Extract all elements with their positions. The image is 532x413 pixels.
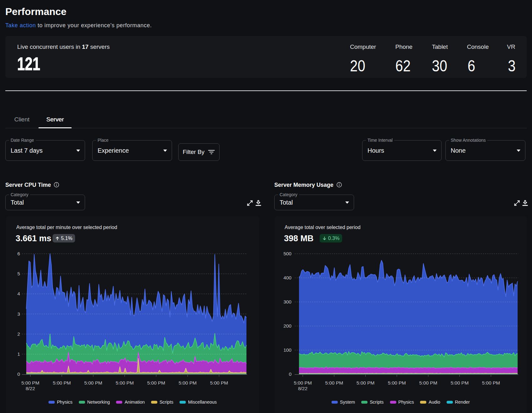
svg-text:5:00 PM: 5:00 PM xyxy=(210,380,228,385)
svg-text:8/22: 8/22 xyxy=(298,386,307,391)
svg-text:8/22: 8/22 xyxy=(26,386,35,391)
svg-text:2: 2 xyxy=(17,331,20,337)
svg-text:5:00 PM: 5:00 PM xyxy=(482,380,500,385)
svg-text:5:00 PM: 5:00 PM xyxy=(116,380,134,385)
svg-text:3: 3 xyxy=(17,311,20,317)
svg-text:0: 0 xyxy=(17,371,20,377)
svg-text:100: 100 xyxy=(283,347,291,353)
svg-text:5:00 PM: 5:00 PM xyxy=(419,380,437,385)
svg-text:4: 4 xyxy=(17,291,20,296)
svg-text:0: 0 xyxy=(289,371,291,377)
svg-text:5:00 PM: 5:00 PM xyxy=(451,380,469,385)
svg-text:400: 400 xyxy=(283,275,291,280)
svg-text:500: 500 xyxy=(283,251,291,256)
svg-text:5:00 PM: 5:00 PM xyxy=(357,380,375,385)
svg-text:200: 200 xyxy=(283,323,291,329)
svg-text:5:00 PM: 5:00 PM xyxy=(84,380,102,385)
svg-text:5:00 PM: 5:00 PM xyxy=(179,380,197,385)
svg-text:300: 300 xyxy=(283,299,291,304)
svg-text:5:00 PM: 5:00 PM xyxy=(388,380,406,385)
svg-text:5:00 PM: 5:00 PM xyxy=(53,380,71,385)
svg-text:5: 5 xyxy=(17,271,20,276)
svg-text:5:00 PM: 5:00 PM xyxy=(21,380,39,385)
svg-text:5:00 PM: 5:00 PM xyxy=(294,380,312,385)
svg-text:5:00 PM: 5:00 PM xyxy=(147,380,165,385)
svg-text:1: 1 xyxy=(17,351,20,357)
svg-text:5:00 PM: 5:00 PM xyxy=(325,380,343,385)
svg-text:6: 6 xyxy=(17,251,20,256)
